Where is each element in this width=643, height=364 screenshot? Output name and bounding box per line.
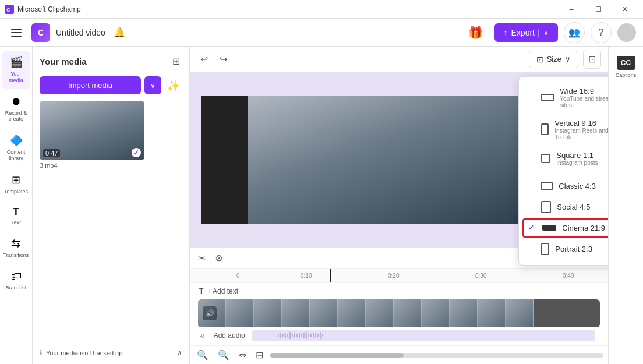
cinema-aspect-icon	[542, 225, 556, 231]
size-option-classic[interactable]: Classic 4:3	[519, 176, 608, 196]
preview-left-bar	[201, 96, 248, 224]
brandkit-icon: 🏷	[11, 270, 22, 282]
app-logo: C	[31, 23, 50, 42]
redo-button[interactable]: ↪	[216, 51, 231, 67]
panel-grid-button[interactable]: ⊞	[170, 54, 182, 69]
list-item[interactable]: 0:47 ✓ 3.mp4	[40, 101, 144, 169]
media-filename: 3.mp4	[40, 162, 144, 169]
timeline-playhead[interactable]	[330, 269, 331, 282]
media-duration: 0:47	[43, 149, 60, 157]
svg-rect-16	[310, 334, 312, 337]
track-thumbnail	[506, 299, 534, 327]
main-layout: 🎬 Your media ⏺ Record & create 🔷 Content…	[0, 47, 643, 364]
size-option-name: Cinema 21:9	[562, 224, 608, 232]
sidebar-item-label: Your media	[5, 71, 28, 84]
svg-rect-10	[296, 334, 298, 337]
scissors-icon: ✂	[198, 253, 206, 263]
import-dropdown-button[interactable]: ∨	[144, 76, 161, 94]
help-button[interactable]: ?	[591, 22, 612, 43]
window-controls: – ☐ ✕	[558, 0, 638, 19]
track-thumbnail	[310, 299, 338, 327]
add-text-label: + Add text	[207, 287, 238, 295]
backup-bar: ℹ Your media isn't backed up ∧	[40, 344, 182, 357]
preview-toolbar: ↩ ↪ ⊡ Size ∨ Wide 16:9 YouTube and	[190, 47, 608, 72]
split-view-button[interactable]: ⊟	[253, 347, 266, 363]
zoom-out-button[interactable]: 🔍	[195, 347, 211, 363]
add-text-bar[interactable]: T + Add text	[190, 283, 608, 299]
timeline-bottom: 🔍 🔍 ⇔ ⊟	[190, 345, 608, 364]
speaker-icon: 🔊	[203, 306, 217, 320]
add-clip-button[interactable]: ✂	[196, 250, 208, 266]
hamburger-button[interactable]	[7, 23, 26, 42]
close-button[interactable]: ✕	[612, 0, 638, 19]
svg-rect-13	[303, 333, 305, 338]
size-option-vertical[interactable]: Vertical 9:16 Instagram Reels and TikTok	[519, 114, 608, 146]
export-button[interactable]: ↑ Export ∨	[494, 23, 558, 42]
video-track[interactable]: 🔊	[198, 299, 600, 327]
export-up-icon: ↑	[504, 28, 508, 37]
sidebar-item-transitions[interactable]: ⇆ Transitions	[2, 232, 30, 263]
crop-button[interactable]: ⊡	[583, 50, 601, 69]
svg-rect-17	[313, 333, 314, 338]
record-icon: ⏺	[11, 96, 22, 108]
svg-rect-19	[317, 334, 319, 337]
sidebar-item-text[interactable]: T Text	[2, 202, 30, 231]
captions-button[interactable]: CC Captions	[613, 51, 639, 83]
media-grid: 0:47 ✓ 3.mp4	[40, 101, 182, 169]
share-button[interactable]: 👥	[564, 22, 585, 43]
track-thumbnail	[254, 299, 282, 327]
size-option-wide[interactable]: Wide 16:9 YouTube and streaming sites	[519, 82, 608, 114]
svg-rect-7	[289, 332, 291, 339]
project-title[interactable]: Untitled video	[56, 28, 105, 37]
music-icon: ♫	[199, 331, 204, 340]
zoom-out-icon: 🔍	[197, 350, 209, 360]
export-chevron-icon[interactable]: ∨	[538, 29, 549, 37]
svg-rect-5	[285, 333, 286, 338]
zoom-in-button[interactable]: 🔍	[215, 347, 232, 363]
size-dropdown-container: ⊡ Size ∨ Wide 16:9 YouTube and streaming…	[529, 51, 578, 68]
minimize-button[interactable]: –	[558, 0, 585, 19]
sidebar-item-your-media[interactable]: 🎬 Your media	[2, 51, 30, 89]
size-dropdown-button[interactable]: ⊡ Size ∨	[529, 51, 578, 68]
maximize-button[interactable]: ☐	[585, 0, 612, 19]
size-option-portrait[interactable]: Portrait 2:3	[519, 238, 608, 260]
preview-video	[248, 96, 550, 224]
media-thumbnail[interactable]: 0:47 ✓	[40, 101, 144, 160]
undo-button[interactable]: ↩	[197, 51, 211, 67]
size-option-name: Portrait 2:3	[555, 245, 608, 253]
sidebar-item-brand-kit[interactable]: 🏷 Brand kit	[2, 266, 30, 296]
fit-to-width-button[interactable]: ⇔	[236, 347, 249, 363]
size-option-social[interactable]: Social 4:5	[519, 196, 608, 218]
backup-chevron-icon: ∧	[177, 349, 182, 357]
magic-button[interactable]: ✨	[165, 76, 182, 94]
timeline-tracks: T + Add text 🔊	[190, 283, 608, 345]
user-avatar[interactable]	[617, 23, 636, 42]
snapping-button[interactable]: ⚙	[213, 250, 225, 266]
import-media-button[interactable]: Import media	[40, 76, 141, 94]
video-track-segment	[198, 299, 600, 327]
add-audio-bar[interactable]: ♫ + Add audio	[190, 327, 608, 344]
size-option-square[interactable]: Square 1:1 Instagram posts	[519, 146, 608, 171]
sidebar-item-templates[interactable]: ⊞ Templates	[2, 169, 30, 200]
sidebar-item-content-library[interactable]: 🔷 Content library	[2, 129, 30, 167]
app-title: Microsoft Clipchamp	[17, 5, 558, 13]
size-dropdown-menu: Wide 16:9 YouTube and streaming sites Ve…	[518, 76, 608, 266]
size-option-cinema[interactable]: ✓ Cinema 21:9	[522, 218, 608, 238]
magnet-icon: ⚙	[215, 253, 223, 263]
add-audio-label: + Add audio	[208, 331, 245, 340]
track-thumbnail	[226, 299, 254, 327]
import-row: Import media ∨ ✨	[40, 76, 182, 94]
size-option-desc: Instagram posts	[556, 160, 608, 166]
timeline-scrollbar[interactable]	[270, 353, 603, 358]
media-checkmark-icon: ✓	[132, 148, 141, 157]
sidebar-item-record-create[interactable]: ⏺ Record & create	[2, 91, 30, 128]
size-option-name: Square 1:1	[556, 151, 608, 160]
svg-rect-6	[287, 334, 288, 337]
size-option-name: Vertical 9:16	[554, 119, 608, 128]
social-aspect-icon	[541, 201, 551, 213]
ruler-tick: 0:20	[388, 273, 399, 279]
track-thumbnail	[422, 299, 450, 327]
audio-waveform	[252, 330, 595, 341]
split-icon: ⊟	[256, 350, 263, 360]
upgrade-button[interactable]: 🎁	[462, 22, 489, 43]
